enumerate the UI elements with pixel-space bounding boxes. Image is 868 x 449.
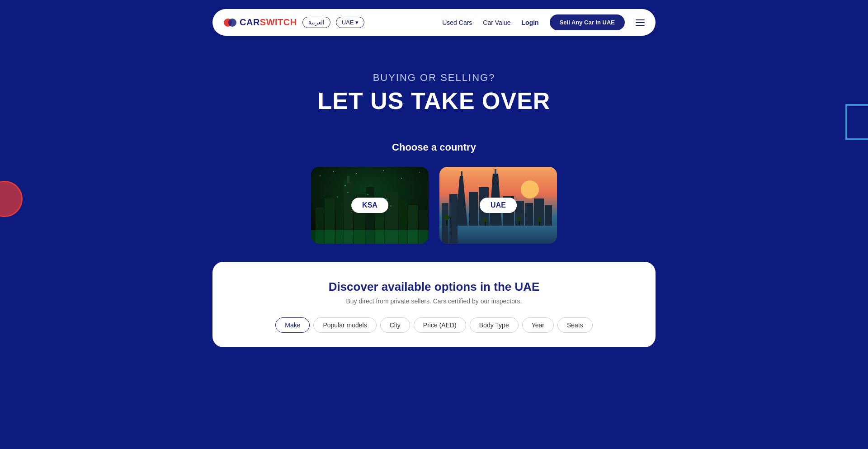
svg-rect-39 [495, 169, 496, 175]
svg-rect-36 [469, 192, 478, 226]
car-value-link[interactable]: Car Value [483, 19, 510, 26]
used-cars-link[interactable]: Used Cars [442, 19, 472, 26]
discover-subtitle: Buy direct from private sellers. Cars ce… [227, 298, 641, 305]
navbar: CARSWITCH العربية UAE ▾ Used Cars Car Va… [212, 9, 656, 36]
svg-point-7 [401, 178, 402, 179]
svg-rect-28 [367, 194, 368, 195]
login-link[interactable]: Login [522, 19, 539, 26]
hamburger-menu[interactable] [636, 19, 645, 26]
svg-rect-23 [347, 192, 349, 193]
logo-switch-text: SWITCH [260, 17, 297, 27]
svg-rect-13 [347, 176, 349, 183]
menu-bar-2 [636, 22, 645, 23]
svg-point-30 [521, 180, 539, 199]
svg-point-50 [517, 217, 521, 221]
svg-rect-42 [525, 203, 533, 226]
logo[interactable]: CARSWITCH [223, 16, 297, 29]
nav-right: Used Cars Car Value Login Sell Any Car I… [442, 14, 645, 30]
svg-point-1 [228, 19, 236, 27]
svg-point-52 [537, 217, 542, 222]
country-cards: KSA [9, 167, 859, 244]
menu-bar-1 [636, 19, 645, 20]
svg-rect-25 [337, 196, 338, 198]
svg-point-3 [320, 175, 321, 176]
filter-tab-body-type[interactable]: Body Type [470, 317, 519, 333]
svg-rect-44 [545, 205, 552, 226]
filter-tab-year[interactable]: Year [522, 317, 554, 333]
svg-point-6 [383, 170, 384, 171]
svg-rect-35 [461, 171, 462, 177]
svg-point-5 [356, 173, 357, 174]
filter-tab-popular-models[interactable]: Popular models [313, 317, 376, 333]
discover-title: Discover available options in the UAE [227, 280, 641, 294]
uae-label: UAE [480, 198, 517, 213]
menu-bar-3 [636, 25, 645, 26]
svg-point-4 [333, 171, 334, 172]
svg-rect-22 [344, 185, 346, 186]
filter-tabs: MakePopular modelsCityPrice (AED)Body Ty… [227, 317, 641, 333]
filter-tab-make[interactable]: Make [275, 317, 310, 333]
logo-car-text: CAR [240, 17, 260, 27]
chevron-down-icon: ▾ [355, 19, 359, 26]
uae-card[interactable]: UAE [439, 167, 557, 244]
filter-tab-price[interactable]: Price (AED) [414, 317, 466, 333]
svg-point-48 [483, 217, 487, 222]
svg-point-46 [444, 215, 449, 220]
country-selector[interactable]: UAE ▾ [336, 17, 365, 28]
filter-tab-seats[interactable]: Seats [557, 317, 593, 333]
nav-left: CARSWITCH العربية UAE ▾ [223, 16, 364, 29]
svg-rect-27 [390, 205, 392, 207]
svg-point-8 [419, 172, 420, 173]
sell-button[interactable]: Sell Any Car In UAE [550, 14, 625, 30]
logo-icon [223, 16, 237, 29]
discover-section: Discover available options in the UAE Bu… [212, 262, 656, 347]
hero-title: LET US TAKE OVER [9, 87, 859, 114]
ksa-label: KSA [351, 198, 388, 213]
hero-section: BUYING OR SELLING? LET US TAKE OVER [0, 45, 868, 132]
filter-tab-city[interactable]: City [380, 317, 410, 333]
country-section: Choose a country [0, 132, 868, 244]
language-button[interactable]: العربية [302, 17, 330, 28]
choose-country-label: Choose a country [9, 142, 859, 153]
ksa-card[interactable]: KSA [311, 167, 429, 244]
hero-subtitle: BUYING OR SELLING? [9, 72, 859, 84]
svg-rect-21 [311, 230, 429, 244]
